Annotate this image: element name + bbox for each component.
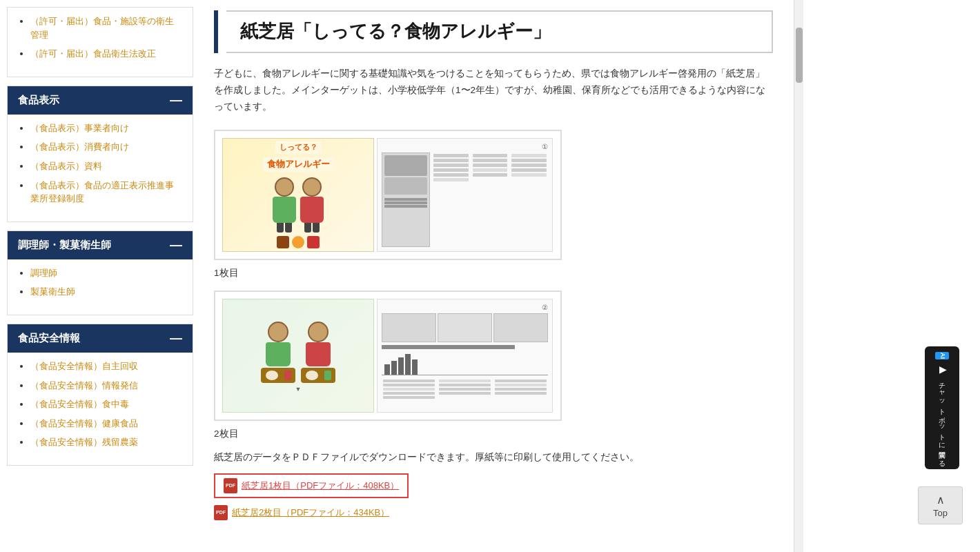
sidebar: （許可・届出）食品・施設等の衛生管理 （許可・届出）食品衛生法改正 食品表示 —… [0, 0, 193, 552]
bowl-1 [266, 371, 278, 380]
sidebar-link[interactable]: （食品表示）事業者向け [30, 123, 129, 133]
kamishibai-script-1: ① [377, 138, 553, 252]
list-item: 製菓衛生師 [30, 285, 182, 299]
character-girl2 [300, 177, 324, 233]
list-item: 調理師 [30, 266, 182, 280]
cover2-indicator: ▼ [295, 386, 302, 393]
script2-fig-3 [493, 313, 548, 342]
pdf-link-text-2[interactable]: 紙芝居2枚目（PDFファイル：434KB） [232, 506, 389, 519]
kamishibai-image-2: ▼ ② [222, 299, 553, 413]
kamishibai-image-1: しってる？ 食物アレルギー [222, 138, 553, 252]
page-title-area: 紙芝居「しってる？食物アレルギー」 [214, 10, 773, 53]
sidebar-link[interactable]: （許可・届出）食品・施設等の衛生管理 [30, 16, 174, 40]
sidebar-link[interactable]: （食品表示）消費者向け [30, 141, 129, 152]
pdf-link-box-1[interactable]: PDF 紙芝居1枚目（PDFファイル：408KB） [214, 473, 409, 498]
bar-1 [384, 364, 390, 375]
food-item-1 [284, 371, 291, 380]
page-title: 紙芝居「しってる？食物アレルギー」 [226, 10, 773, 53]
kamishibai-cover-2: ▼ [222, 299, 374, 413]
bowl-2 [306, 371, 318, 380]
sidebar-link[interactable]: （食品安全情報）自主回収 [30, 361, 138, 371]
kamishibai-cover-1: しってる？ 食物アレルギー [222, 138, 374, 252]
list-item: （食品表示）食品の適正表示推進事業所登録制度 [30, 179, 182, 206]
sidebar-section-body-food-safety: （食品安全情報）自主回収 （食品安全情報）情報発信 （食品安全情報）食中毒 （食… [8, 353, 193, 465]
collapse-icon: — [170, 93, 182, 108]
body-2 [300, 197, 324, 223]
script2-fig-1 [382, 313, 436, 342]
text-line [384, 201, 427, 204]
bar-2 [391, 361, 397, 375]
script-page-number: ① [382, 143, 548, 150]
script-text-area [432, 152, 548, 247]
sidebar-link[interactable]: （許可・届出）食品衛生法改正 [30, 48, 156, 59]
script2-text-area [382, 378, 548, 400]
list-item: （食品表示）消費者向け [30, 140, 182, 154]
sidebar-section-body-chef: 調理師 製菓衛生師 [8, 259, 193, 315]
sidebar-section-chef: 調理師・製菓衛生師 — 調理師 製菓衛生師 [7, 230, 193, 315]
top-button[interactable]: ∧ Top [918, 486, 963, 524]
sidebar-link[interactable]: （食品安全情報）残留農薬 [30, 437, 138, 447]
food-item-2 [324, 371, 331, 380]
scrollbar[interactable] [794, 0, 803, 552]
sidebar-link[interactable]: （食品表示）資料 [30, 161, 102, 171]
legs-2 [304, 223, 320, 233]
list-item: （許可・届出）食品衛生法改正 [30, 47, 182, 61]
script2-page-number: ② [382, 304, 548, 311]
sidebar-link[interactable]: （食品安全情報）健康食品 [30, 418, 138, 428]
pdf-icon-2: PDF [214, 505, 228, 520]
main-content: 紙芝居「しってる？食物アレルギー」 子どもに、食物アレルギーに関する基礎知識や気… [193, 0, 794, 552]
sidebar-section-body-food-labeling: （食品表示）事業者向け （食品表示）消費者向け （食品表示）資料 （食品表示）食… [8, 115, 193, 221]
bar-4 [405, 354, 411, 375]
character2-girl2 [301, 322, 335, 383]
scrollbar-thumb[interactable] [796, 28, 803, 83]
script2-bar-chart [382, 351, 548, 375]
sidebar-section-header-chef[interactable]: 調理師・製菓衛生師 — [8, 231, 193, 259]
sidebar-section-title: 調理師・製菓衛生師 [18, 239, 111, 252]
cover-characters [273, 177, 324, 233]
sidebar-link[interactable]: （食品安全情報）食中毒 [30, 399, 129, 409]
cover-title-text: 食物アレルギー [263, 157, 334, 172]
sidebar-link[interactable]: （食品表示）食品の適正表示推進事業所登録制度 [30, 180, 174, 204]
chatbot-button[interactable]: AI ▶ チャットボットに質問する [925, 346, 959, 469]
script2-fig-2 [438, 313, 492, 342]
list-item: （食品安全情報）情報発信 [30, 379, 182, 393]
figure-row-2 [384, 177, 427, 195]
sidebar-section-title: 食品安全情報 [18, 332, 80, 345]
body2-2 [306, 342, 331, 366]
food-icons [277, 236, 320, 248]
body-1 [273, 197, 296, 223]
character-girl1 [273, 177, 296, 233]
sidebar-section-header-food-labeling[interactable]: 食品表示 — [8, 86, 193, 115]
pdf-link-text-1[interactable]: 紙芝居1枚目（PDFファイル：408KB） [242, 480, 399, 492]
text-line [384, 198, 427, 201]
sidebar-section-title: 食品表示 [18, 94, 59, 107]
kamishibai-script-2: ② [377, 299, 553, 413]
list-item: （食品安全情報）残留農薬 [30, 435, 182, 449]
text-line [384, 205, 427, 208]
chatbot-label: チャットボットに質問する [937, 377, 948, 464]
legs-1 [277, 223, 292, 233]
title-accent-bar [214, 10, 218, 53]
script2-figures [382, 313, 548, 342]
tray-1 [261, 368, 295, 383]
sidebar-link[interactable]: 調理師 [30, 268, 57, 278]
top-arrow-icon: ∧ [937, 493, 945, 506]
food-icon-1 [277, 236, 289, 248]
list-item: （食品安全情報）健康食品 [30, 417, 182, 431]
food-icon-3 [307, 236, 320, 248]
collapse-icon: — [170, 238, 182, 253]
character2-girl1 [261, 322, 295, 383]
list-item: （食品安全情報）食中毒 [30, 397, 182, 411]
script-figure-area [382, 152, 430, 247]
bar-3 [398, 357, 404, 375]
script2-title-line [382, 345, 515, 349]
bar-5 [412, 359, 418, 375]
pdf-link-container-2: PDF 紙芝居2枚目（PDFファイル：434KB） [214, 505, 773, 520]
page-description: 子どもに、食物アレルギーに関する基礎知識や気をつけることを知ってもらうため、県で… [214, 66, 773, 116]
body2-1 [266, 342, 291, 366]
sidebar-link[interactable]: 製菓衛生師 [30, 286, 75, 297]
ai-badge: AI [935, 352, 949, 359]
top-label: Top [933, 508, 948, 518]
sidebar-section-header-food-safety[interactable]: 食品安全情報 — [8, 324, 193, 353]
sidebar-link[interactable]: （食品安全情報）情報発信 [30, 380, 138, 391]
